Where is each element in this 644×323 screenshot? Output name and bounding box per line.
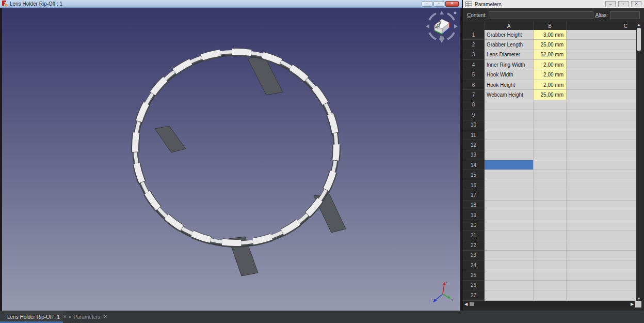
row-header-24[interactable]: 24 — [463, 260, 485, 270]
cell-B17[interactable] — [534, 190, 567, 200]
cell-C1[interactable] — [567, 30, 636, 40]
cell-A15[interactable] — [485, 170, 534, 180]
cell-B1[interactable]: 3,00 mm — [534, 30, 567, 40]
3d-viewport[interactable]: TOP x z y — [2, 8, 461, 311]
tab-lens-holder[interactable]: Lens Holder Rip-Off : 1 ✕ — [0, 311, 63, 323]
row-header-5[interactable]: 5 — [463, 70, 485, 80]
cell-B4[interactable]: 2,00 mm — [534, 60, 567, 70]
cell-A4[interactable]: Inner Ring Width — [485, 60, 534, 70]
cell-B22[interactable] — [534, 240, 567, 250]
row-header-8[interactable]: 8 — [463, 100, 485, 110]
cell-C23[interactable] — [567, 251, 636, 260]
tab-close-icon[interactable]: ✕ — [103, 314, 107, 319]
cell-B26[interactable] — [534, 281, 567, 290]
cell-A20[interactable] — [485, 220, 534, 230]
cell-A18[interactable] — [485, 201, 534, 210]
cell-B13[interactable] — [534, 150, 567, 160]
cell-A26[interactable] — [485, 281, 534, 290]
row-header-17[interactable]: 17 — [463, 190, 485, 200]
row-header-7[interactable]: 7 — [463, 90, 485, 100]
cell-B20[interactable] — [534, 220, 567, 230]
column-header-c[interactable]: C — [567, 22, 636, 30]
view-cube[interactable]: TOP — [434, 19, 449, 34]
row-header-16[interactable]: 16 — [463, 180, 485, 190]
cell-A2[interactable]: Grabber Length — [485, 40, 534, 50]
cell-B14[interactable] — [534, 160, 567, 170]
cell-C24[interactable] — [567, 260, 636, 270]
cell-A8[interactable] — [485, 100, 534, 110]
cell-C15[interactable] — [567, 170, 636, 180]
cell-A7[interactable]: Webcam Height — [485, 90, 534, 100]
maximize-button[interactable]: ▫ — [618, 1, 629, 7]
horizontal-scrollbar-thumb[interactable] — [470, 302, 474, 306]
cell-B11[interactable] — [534, 130, 567, 140]
navigation-cube[interactable]: TOP — [424, 9, 460, 45]
cell-C11[interactable] — [567, 130, 636, 140]
cell-B18[interactable] — [534, 201, 567, 210]
row-header-12[interactable]: 12 — [463, 140, 485, 150]
row-header-18[interactable]: 18 — [463, 201, 485, 210]
cell-C6[interactable] — [567, 80, 636, 90]
cell-B9[interactable] — [534, 110, 567, 120]
minimize-button[interactable]: – — [422, 1, 432, 7]
cell-C19[interactable] — [567, 210, 636, 220]
cell-A3[interactable]: Lens Diameter — [485, 50, 534, 60]
cell-B19[interactable] — [534, 210, 567, 220]
cell-A5[interactable]: Hook Width — [485, 70, 534, 80]
cell-B6[interactable]: 2,00 mm — [534, 80, 567, 90]
cell-C7[interactable] — [567, 90, 636, 100]
cell-C12[interactable] — [567, 140, 636, 150]
row-header-2[interactable]: 2 — [463, 40, 485, 50]
cell-A12[interactable] — [485, 140, 534, 150]
row-header-3[interactable]: 3 — [463, 50, 485, 60]
row-header-26[interactable]: 26 — [463, 281, 485, 290]
cell-A24[interactable] — [485, 260, 534, 270]
row-header-15[interactable]: 15 — [463, 170, 485, 180]
cell-A9[interactable] — [485, 110, 534, 120]
tab-parameters[interactable]: Parameters ✕ — [65, 311, 111, 323]
row-header-1[interactable]: 1 — [463, 30, 485, 40]
row-header-21[interactable]: 21 — [463, 230, 485, 240]
cell-A16[interactable] — [485, 180, 534, 190]
row-header-27[interactable]: 27 — [463, 290, 485, 300]
row-header-19[interactable]: 19 — [463, 210, 485, 220]
alias-input[interactable] — [610, 11, 640, 19]
cell-B2[interactable]: 25,00 mm — [534, 40, 567, 50]
cell-B8[interactable] — [534, 100, 567, 110]
maximize-button[interactable]: ▫ — [433, 1, 444, 7]
row-header-13[interactable]: 13 — [463, 150, 485, 160]
cell-C16[interactable] — [567, 180, 636, 190]
cell-C3[interactable] — [567, 50, 636, 60]
close-button[interactable]: ✕ — [631, 1, 641, 7]
row-header-14[interactable]: 14 — [463, 160, 485, 170]
minimize-button[interactable]: – — [605, 1, 616, 7]
cell-B24[interactable] — [534, 260, 567, 270]
scroll-up-icon[interactable]: ▲ — [636, 22, 641, 27]
cell-B15[interactable] — [534, 170, 567, 180]
cell-B5[interactable]: 2,00 mm — [534, 70, 567, 80]
document-window-titlebar[interactable]: Lens Holder Rip-Off : 1 – ▫ ✕ — [0, 0, 462, 7]
cell-A19[interactable] — [485, 210, 534, 220]
cell-A14[interactable] — [485, 160, 534, 170]
cell-C14[interactable] — [567, 160, 636, 170]
cell-C21[interactable] — [567, 230, 636, 240]
cell-A27[interactable] — [485, 290, 534, 300]
cell-A1[interactable]: Grabber Height — [485, 30, 534, 40]
cell-C18[interactable] — [567, 201, 636, 210]
cell-C2[interactable] — [567, 40, 636, 50]
column-header-b[interactable]: B — [534, 22, 567, 30]
horizontal-scrollbar[interactable]: ◀ ▶ — [463, 301, 635, 307]
scroll-down-icon[interactable]: ▼ — [636, 296, 641, 301]
cell-A25[interactable] — [485, 270, 534, 280]
row-header-22[interactable]: 22 — [463, 240, 485, 250]
cell-C22[interactable] — [567, 240, 636, 250]
vertical-scrollbar[interactable]: ▲ ▼ — [636, 22, 641, 301]
row-header-10[interactable]: 10 — [463, 120, 485, 130]
column-header-a[interactable]: A — [485, 22, 534, 30]
cell-C8[interactable] — [567, 100, 636, 110]
cell-C5[interactable] — [567, 70, 636, 80]
cell-B12[interactable] — [534, 140, 567, 150]
cell-C4[interactable] — [567, 60, 636, 70]
cell-A21[interactable] — [485, 230, 534, 240]
mini-cube-icon[interactable] — [439, 36, 444, 41]
